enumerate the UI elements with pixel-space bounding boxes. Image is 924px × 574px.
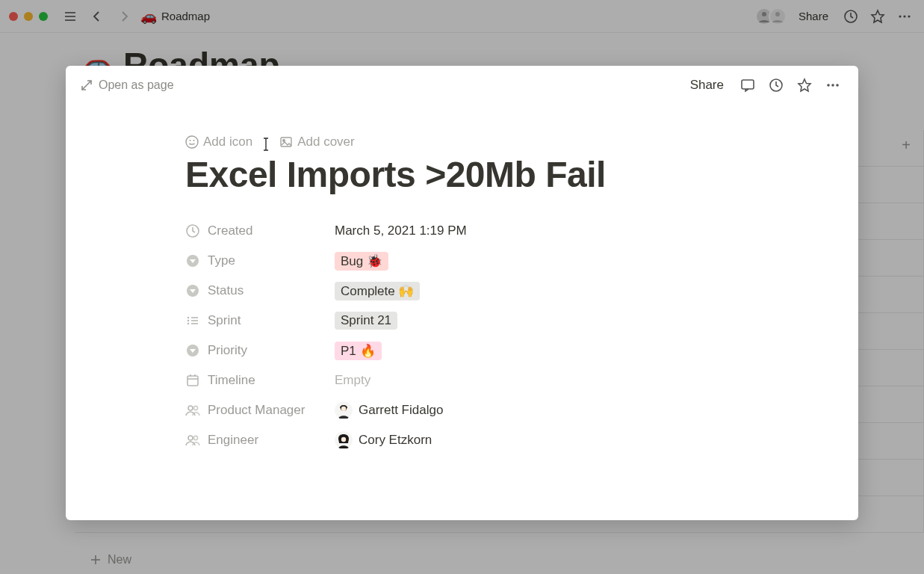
- breadcrumb-emoji-icon: 🚗: [140, 8, 157, 25]
- person-value: Garrett Fidalgo: [335, 401, 443, 419]
- property-value[interactable]: Empty: [335, 373, 370, 388]
- property-row-timeline[interactable]: TimelineEmpty: [185, 365, 739, 395]
- person-icon: [185, 433, 200, 448]
- property-list: CreatedMarch 5, 2021 1:19 PMTypeBug 🐞Sta…: [185, 216, 739, 455]
- window-minimize[interactable]: [24, 12, 33, 21]
- property-row-status[interactable]: StatusComplete 🙌: [185, 276, 739, 306]
- svg-rect-41: [187, 376, 198, 386]
- property-label-text: Sprint: [208, 313, 241, 328]
- property-row-created[interactable]: CreatedMarch 5, 2021 1:19 PM: [185, 216, 739, 246]
- window-close[interactable]: [9, 12, 18, 21]
- property-row-product-manager[interactable]: Product ManagerGarrett Fidalgo: [185, 395, 739, 425]
- svg-point-9: [908, 15, 910, 17]
- property-label-text: Timeline: [208, 373, 255, 388]
- avatar: [335, 401, 353, 419]
- presence-avatars[interactable]: [760, 7, 787, 25]
- svg-point-22: [193, 140, 195, 141]
- property-label-text: Status: [208, 283, 244, 298]
- text-cursor-icon: [263, 137, 269, 152]
- svg-rect-26: [281, 138, 291, 146]
- property-label: Created: [185, 223, 335, 238]
- svg-point-21: [190, 140, 191, 141]
- property-value[interactable]: Garrett Fidalgo: [335, 401, 443, 419]
- svg-point-52: [193, 436, 197, 439]
- person-name: Garrett Fidalgo: [359, 403, 443, 418]
- comments-icon[interactable]: [737, 75, 758, 96]
- more-icon[interactable]: [894, 6, 915, 27]
- person-value: Cory Etzkorn: [335, 431, 432, 449]
- tag-pill: P1 🔥: [335, 342, 382, 360]
- add-column-button[interactable]: +: [891, 130, 921, 160]
- clock-icon: [185, 223, 200, 238]
- property-label-text: Product Manager: [208, 403, 305, 418]
- svg-point-7: [899, 15, 901, 17]
- add-icon-button[interactable]: Add icon: [185, 135, 252, 149]
- breadcrumb-label: Roadmap: [161, 10, 210, 22]
- share-button[interactable]: Share: [793, 7, 834, 25]
- property-row-engineer[interactable]: EngineerCory Etzkorn: [185, 425, 739, 455]
- svg-point-20: [186, 136, 198, 148]
- svg-marker-16: [799, 79, 810, 91]
- updates-icon[interactable]: [766, 75, 787, 96]
- avatar: [335, 431, 353, 449]
- updates-icon[interactable]: [840, 6, 861, 27]
- favorite-icon[interactable]: [794, 75, 815, 96]
- svg-point-18: [831, 84, 834, 87]
- svg-point-8: [903, 15, 905, 17]
- person-icon: [185, 403, 200, 418]
- property-value[interactable]: Sprint 21: [335, 312, 397, 330]
- svg-marker-6: [872, 10, 884, 22]
- property-row-priority[interactable]: PriorityP1 🔥: [185, 336, 739, 365]
- property-row-type[interactable]: TypeBug 🐞: [185, 246, 739, 276]
- property-value[interactable]: P1 🔥: [335, 342, 382, 360]
- tag-pill: Sprint 21: [335, 312, 397, 330]
- new-row-label: New: [108, 553, 131, 567]
- property-label: Sprint: [185, 313, 335, 328]
- svg-point-17: [827, 84, 830, 87]
- property-label: Timeline: [185, 373, 335, 388]
- open-as-page-label: Open as page: [99, 78, 174, 92]
- svg-line-13: [82, 85, 87, 90]
- window-maximize[interactable]: [39, 12, 48, 21]
- menu-icon[interactable]: [60, 6, 81, 27]
- open-as-page-button[interactable]: Open as page: [81, 78, 174, 92]
- svg-point-51: [188, 436, 193, 440]
- property-value[interactable]: Cory Etzkorn: [335, 431, 432, 449]
- chevron-icon: [185, 253, 200, 268]
- svg-point-46: [193, 406, 197, 410]
- more-icon[interactable]: [822, 75, 843, 96]
- add-icon-cover-row: Add icon Add cover: [185, 135, 739, 149]
- nav-back-icon[interactable]: [87, 6, 108, 27]
- svg-line-12: [87, 81, 91, 85]
- record-modal: Open as page Share Add icon: [66, 66, 858, 520]
- new-row-button[interactable]: New: [90, 553, 131, 567]
- add-cover-button[interactable]: Add cover: [279, 135, 355, 149]
- list-icon: [185, 313, 200, 328]
- record-title[interactable]: Excel Imports >20Mb Fail: [185, 154, 739, 195]
- text-value: March 5, 2021 1:19 PM: [335, 223, 467, 238]
- property-value[interactable]: March 5, 2021 1:19 PM: [335, 223, 467, 238]
- nav-forward-icon[interactable]: [114, 6, 134, 27]
- add-cover-label: Add cover: [297, 135, 355, 149]
- svg-point-50: [341, 407, 346, 411]
- chevron-icon: [185, 283, 200, 298]
- chevron-icon: [185, 343, 200, 358]
- person-name: Cory Etzkorn: [359, 433, 432, 448]
- empty-value: Empty: [335, 373, 370, 388]
- property-value[interactable]: Bug 🐞: [335, 252, 388, 271]
- favorite-icon[interactable]: [867, 6, 888, 27]
- modal-toolbar: Open as page Share: [66, 66, 858, 105]
- avatar: [769, 7, 787, 25]
- breadcrumb[interactable]: 🚗 Roadmap: [140, 8, 210, 25]
- property-label-text: Type: [208, 253, 235, 268]
- svg-point-54: [341, 437, 346, 442]
- modal-content: Add icon Add cover Excel Imports >20Mb F…: [66, 105, 858, 520]
- modal-share-button[interactable]: Share: [684, 75, 730, 96]
- property-value[interactable]: Complete 🙌: [335, 282, 420, 300]
- property-row-sprint[interactable]: SprintSprint 21: [185, 306, 739, 336]
- tag-pill: Bug 🐞: [335, 252, 388, 271]
- svg-point-27: [283, 140, 285, 142]
- property-label: Priority: [185, 343, 335, 358]
- svg-point-4: [775, 12, 780, 16]
- property-label-text: Priority: [208, 343, 247, 358]
